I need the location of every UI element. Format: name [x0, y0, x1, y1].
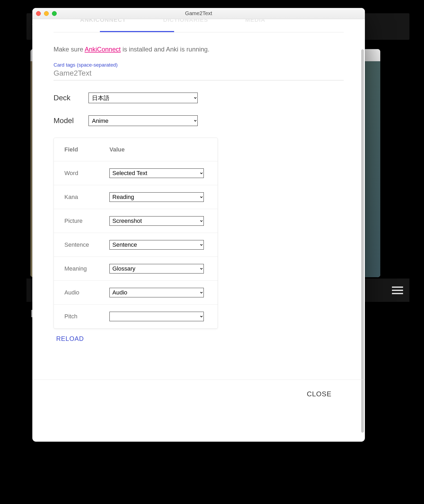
- field-value-cell: Reading: [109, 192, 207, 202]
- deck-label: Deck: [54, 94, 78, 102]
- table-row: MeaningGlossary: [54, 257, 218, 281]
- header-value: Value: [109, 146, 207, 153]
- ankiconnect-hint: Make sure AnkiConnect is installed and A…: [54, 46, 344, 53]
- header-field: Field: [64, 146, 109, 153]
- field-value-cell: Sentence: [109, 240, 207, 250]
- field-value-select[interactable]: Screenshot: [109, 216, 204, 226]
- ankiconnect-link[interactable]: AnkiConnect: [85, 46, 121, 53]
- field-value-select[interactable]: Selected Text: [109, 168, 204, 178]
- field-value-cell: [109, 312, 207, 321]
- tab-ankiconnect[interactable]: ANKICONNECT: [77, 19, 129, 26]
- deck-select[interactable]: 日本語: [89, 93, 198, 103]
- field-name: Meaning: [64, 265, 109, 272]
- field-name: Sentence: [64, 241, 109, 248]
- field-value-select[interactable]: [109, 312, 204, 321]
- table-header: Field Value: [54, 138, 218, 161]
- model-label: Model: [54, 116, 78, 125]
- window-close-icon[interactable]: [36, 11, 41, 16]
- card-tags-input[interactable]: [54, 68, 344, 80]
- settings-scroll-area[interactable]: ANKICONNECT DICTIONARIES MEDIA Make sure…: [32, 19, 365, 442]
- field-value-cell: Glossary: [109, 264, 207, 273]
- table-row: KanaReading: [54, 185, 218, 209]
- field-value-cell: Screenshot: [109, 216, 207, 226]
- field-value-cell: Selected Text: [109, 168, 207, 178]
- field-value-table: Field Value WordSelected TextKanaReading…: [54, 138, 218, 329]
- field-value-select[interactable]: Sentence: [109, 240, 204, 250]
- hint-prefix: Make sure: [54, 46, 85, 53]
- field-name: Pitch: [64, 313, 109, 320]
- reload-button[interactable]: RELOAD: [56, 335, 84, 342]
- table-row: SentenceSentence: [54, 233, 218, 257]
- field-value-select[interactable]: Reading: [109, 192, 204, 202]
- model-select[interactable]: Anime: [89, 115, 198, 126]
- close-button[interactable]: CLOSE: [307, 390, 332, 398]
- tab-dictionaries[interactable]: DICTIONARIES: [161, 19, 211, 26]
- window-minimize-icon[interactable]: [44, 11, 49, 16]
- field-value-select[interactable]: Glossary: [109, 264, 204, 273]
- table-row: WordSelected Text: [54, 161, 218, 185]
- field-name: Kana: [64, 194, 109, 201]
- table-row: AudioAudio: [54, 281, 218, 305]
- field-name: Picture: [64, 218, 109, 224]
- tab-underline: [100, 31, 174, 32]
- field-name: Audio: [64, 289, 109, 296]
- tabs: ANKICONNECT DICTIONARIES MEDIA: [54, 19, 344, 32]
- field-value-cell: Audio: [109, 288, 207, 297]
- titlebar[interactable]: Game2Text: [32, 8, 365, 19]
- table-row: PictureScreenshot: [54, 209, 218, 233]
- hint-suffix: is installed and Anki is running.: [121, 46, 209, 53]
- table-row: Pitch: [54, 305, 218, 328]
- card-tags-label: Card tags (space-separated): [54, 62, 344, 68]
- field-value-select[interactable]: Audio: [109, 288, 204, 297]
- settings-window: Game2Text ANKICONNECT DICTIONARIES MEDIA…: [32, 8, 365, 442]
- field-name: Word: [64, 170, 109, 177]
- window-title: Game2Text: [32, 10, 365, 16]
- tab-media[interactable]: MEDIA: [242, 19, 268, 26]
- window-zoom-icon[interactable]: [52, 11, 57, 16]
- hamburger-icon[interactable]: [392, 286, 403, 294]
